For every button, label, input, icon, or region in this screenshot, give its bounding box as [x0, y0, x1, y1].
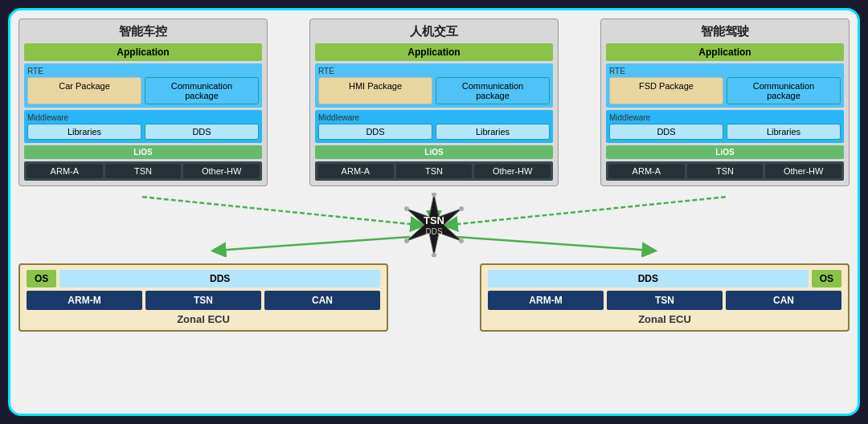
tsn-label-main: TSN	[424, 214, 444, 227]
hw-chip-other-2: Other-HW	[474, 164, 551, 178]
svg-point-8	[459, 238, 464, 243]
mw-lib-3: Libraries	[727, 124, 841, 140]
rte-comm-2: Communicationpackage	[436, 77, 550, 104]
svg-point-11	[404, 206, 409, 211]
zonal-title-left: Zonal ECU	[27, 313, 380, 325]
spacer-middle	[396, 263, 472, 332]
middle-row: TSN DDS	[18, 193, 850, 257]
rte-inner-1: Car Package Communicationpackage	[27, 77, 259, 104]
zonal-dds-left: DDS	[59, 270, 380, 287]
zonal-chips-left: ARM-M TSN CAN	[27, 291, 380, 310]
zonal-hw-row-right: DDS OS	[488, 270, 841, 287]
zonal-chip-can-right: CAN	[726, 291, 841, 310]
bottom-row: OS DDS ARM-M TSN CAN Zonal ECU DDS OS	[18, 263, 850, 332]
svg-line-3	[219, 237, 411, 251]
middleware-label-2: Middleware	[318, 113, 550, 122]
app-layer-1: Application	[24, 43, 262, 61]
rte-inner-3: FSD Package Communicationpackage	[609, 77, 841, 104]
zonal-chip-armm-left: ARM-M	[27, 291, 142, 310]
zonal-ecu-right: DDS OS ARM-M TSN CAN Zonal ECU	[480, 263, 850, 332]
svg-line-4	[457, 237, 650, 251]
hw-layer-3: ARM-A TSN Other-HW	[606, 161, 844, 181]
zonal-dds-right: DDS	[488, 270, 809, 287]
hw-chip-tsn-1: TSN	[105, 164, 182, 178]
hw-layer-1: ARM-A TSN Other-HW	[24, 161, 262, 181]
zonal-chip-tsn-left: TSN	[145, 291, 261, 310]
middleware-inner-2: DDS Libraries	[318, 124, 550, 140]
tsn-star-shape: TSN DDS	[402, 193, 466, 257]
svg-line-0	[142, 197, 418, 225]
zonal-os-left: OS	[27, 270, 56, 287]
rte-layer-2: RTE HMI Package Communicationpackage	[315, 63, 553, 108]
app-layer-3: Application	[606, 43, 844, 61]
hw-chip-arma-1: ARM-A	[27, 164, 103, 178]
zonal-chip-armm-right: ARM-M	[488, 291, 604, 310]
mw-dds-1: DDS	[145, 124, 259, 140]
ecu-box-ren-ji-jiao-hu: 人机交互 Application RTE HMI Package Communi…	[309, 18, 559, 186]
ecu-box-zhi-neng-jia-shi: 智能驾驶 Application RTE FSD Package Communi…	[600, 18, 850, 186]
tsn-node: TSN DDS	[402, 193, 466, 257]
rte-pkg1-3: FSD Package	[609, 77, 723, 104]
mw-dds-3: DDS	[609, 124, 723, 140]
zonal-chip-tsn-right: TSN	[607, 291, 723, 310]
zonal-ecu-left: OS DDS ARM-M TSN CAN Zonal ECU	[18, 263, 388, 332]
lios-layer-1: LiOS	[24, 145, 262, 159]
top-row: 智能车控 Application RTE Car Package Communi…	[18, 18, 850, 186]
rte-label-1: RTE	[27, 67, 259, 75]
hw-chip-arma-2: ARM-A	[317, 164, 394, 178]
rte-label-2: RTE	[318, 67, 550, 75]
svg-point-7	[459, 206, 464, 211]
app-layer-2: Application	[315, 43, 553, 61]
main-container: 智能车控 Application RTE Car Package Communi…	[18, 18, 850, 406]
mw-lib-1: Libraries	[27, 124, 141, 140]
hw-chip-tsn-3: TSN	[687, 164, 764, 178]
zonal-hw-row-left: OS DDS	[27, 270, 380, 287]
svg-point-10	[404, 238, 409, 243]
svg-line-2	[450, 197, 726, 225]
middleware-layer-1: Middleware Libraries DDS	[24, 110, 262, 143]
zonal-os-right: OS	[812, 270, 841, 287]
middleware-inner-3: DDS Libraries	[609, 124, 841, 140]
rte-layer-3: RTE FSD Package Communicationpackage	[606, 63, 844, 108]
ecu-box-zhi-neng-che-kong: 智能车控 Application RTE Car Package Communi…	[18, 18, 268, 186]
ecu-title-3: 智能驾驶	[606, 24, 844, 39]
hw-chip-other-3: Other-HW	[765, 164, 841, 178]
outer-border: 智能车控 Application RTE Car Package Communi…	[8, 8, 860, 416]
rte-comm-1: Communicationpackage	[145, 77, 259, 104]
rte-label-3: RTE	[609, 67, 841, 75]
middleware-label-3: Middleware	[609, 113, 841, 122]
hw-chip-tsn-2: TSN	[396, 164, 473, 178]
hw-layer-2: ARM-A TSN Other-HW	[315, 161, 553, 181]
zonal-chip-can-left: CAN	[264, 291, 380, 310]
ecu-title-2: 人机交互	[315, 24, 553, 39]
rte-inner-2: HMI Package Communicationpackage	[318, 77, 550, 104]
middleware-inner-1: Libraries DDS	[27, 124, 259, 140]
svg-point-6	[432, 193, 436, 197]
rte-layer-1: RTE Car Package Communicationpackage	[24, 63, 262, 108]
hw-chip-arma-3: ARM-A	[608, 164, 685, 178]
middleware-layer-2: Middleware DDS Libraries	[315, 110, 553, 143]
svg-point-9	[432, 253, 436, 257]
mw-dds-2: DDS	[318, 124, 432, 140]
ecu-title-1: 智能车控	[24, 24, 262, 39]
mw-lib-2: Libraries	[436, 124, 550, 140]
middleware-label-1: Middleware	[27, 113, 259, 122]
rte-comm-3: Communicationpackage	[727, 77, 841, 104]
zonal-chips-right: ARM-M TSN CAN	[488, 291, 841, 310]
zonal-title-right: Zonal ECU	[488, 313, 841, 325]
hw-chip-other-1: Other-HW	[183, 164, 260, 178]
rte-pkg1-1: Car Package	[27, 77, 141, 104]
lios-layer-2: LiOS	[315, 145, 553, 159]
lios-layer-3: LiOS	[606, 145, 844, 159]
rte-pkg1-2: HMI Package	[318, 77, 432, 104]
tsn-label-sub: DDS	[424, 226, 444, 235]
middleware-layer-3: Middleware DDS Libraries	[606, 110, 844, 143]
tsn-labels: TSN DDS	[424, 214, 444, 236]
